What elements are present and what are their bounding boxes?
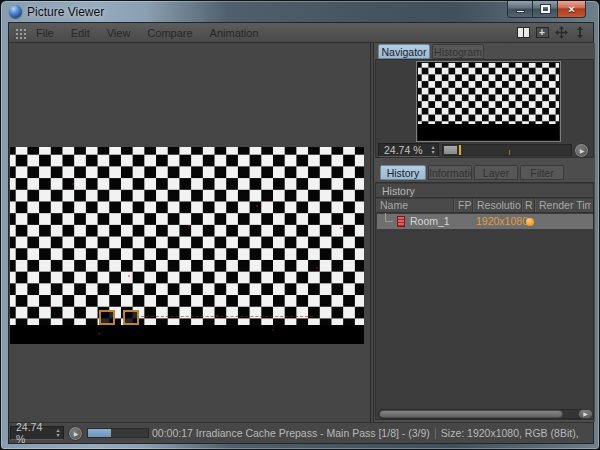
row-name: Room_1 bbox=[410, 214, 450, 229]
fit-vertical-icon[interactable] bbox=[573, 26, 587, 39]
tab-filter[interactable]: Filter bbox=[520, 165, 564, 180]
render-bucket bbox=[99, 310, 115, 325]
tab-histogram[interactable]: Histogram bbox=[432, 44, 484, 59]
render-progress-fill bbox=[88, 429, 111, 437]
tree-elbow-icon bbox=[385, 213, 393, 222]
column-resolution[interactable]: Resolution bbox=[473, 199, 522, 212]
navigator-zoom-slider[interactable] bbox=[442, 144, 572, 156]
render-image bbox=[10, 147, 364, 344]
pan-icon[interactable] bbox=[554, 26, 568, 39]
maximize-icon bbox=[541, 5, 550, 13]
close-button[interactable]: × bbox=[557, 1, 586, 18]
menu-compare[interactable]: Compare bbox=[147, 27, 192, 39]
tab-layer[interactable]: Layer bbox=[474, 165, 518, 180]
column-fps[interactable]: FPS bbox=[454, 199, 473, 212]
prepass-scanline bbox=[141, 316, 313, 317]
close-icon: × bbox=[568, 2, 574, 17]
tab-navigator[interactable]: Navigator bbox=[378, 44, 430, 59]
zoom-marker bbox=[459, 145, 461, 155]
statusbar: 24.74 % ▴▾ ▶ 00:00:17 Irradiance Cache P… bbox=[9, 422, 593, 443]
navigator-thumbnail[interactable] bbox=[417, 62, 560, 141]
table-row-room1[interactable]: Room_1 1920x1080 bbox=[377, 214, 593, 229]
maximize-button[interactable] bbox=[532, 1, 557, 18]
statusbar-zoom-field[interactable]: 24.74 % ▴▾ bbox=[10, 426, 64, 440]
render-status-text: 00:00:17 Irradiance Cache Prepass - Main… bbox=[152, 427, 430, 439]
row-resolution: 1920x1080 bbox=[476, 214, 528, 229]
scrollbar-arrow-button[interactable]: ▶ bbox=[578, 409, 593, 419]
zoom-slider-handle[interactable] bbox=[444, 146, 457, 154]
thumbnail-checkerboard bbox=[418, 63, 559, 124]
history-panel-title: History bbox=[376, 184, 593, 198]
tab-information[interactable]: Information bbox=[428, 165, 472, 180]
menu-edit[interactable]: Edit bbox=[71, 27, 90, 39]
app-icon bbox=[9, 5, 22, 18]
app-content: File Edit View Compare Animation + bbox=[8, 22, 594, 444]
statusbar-zoom-value: 24.74 % bbox=[11, 421, 53, 445]
menu-file[interactable]: File bbox=[36, 27, 54, 39]
menu-grip-icon[interactable] bbox=[14, 27, 27, 39]
image-size-text: Size: 1920x1080, RGB (8Bit), bbox=[441, 427, 579, 439]
render-bucket bbox=[123, 310, 139, 325]
render-film-icon bbox=[397, 216, 405, 227]
titlebar: Picture Viewer × bbox=[1, 1, 599, 22]
render-progress-bar bbox=[87, 428, 149, 438]
tab-history[interactable]: History bbox=[380, 165, 426, 180]
navigator-zoom-value: 24.74 % bbox=[379, 144, 428, 156]
minimize-icon bbox=[516, 10, 525, 13]
menubar: File Edit View Compare Animation + bbox=[9, 23, 593, 43]
history-table-header: Name FPS Resolution R Render Time bbox=[376, 199, 593, 213]
right-panel: Navigator Histogram 24.74 % ▴▾ ▶ History bbox=[374, 43, 595, 422]
statusbar-zoom-spinner[interactable]: ▴▾ bbox=[53, 428, 63, 438]
menu-view[interactable]: View bbox=[107, 27, 131, 39]
column-name[interactable]: Name bbox=[376, 199, 454, 212]
zoom-spinner[interactable]: ▴▾ bbox=[428, 145, 438, 155]
column-r[interactable]: R bbox=[522, 199, 535, 212]
irradiance-samples bbox=[10, 147, 12, 149]
navigator-menu-button[interactable]: ▶ bbox=[574, 143, 589, 158]
alpha-checkerboard bbox=[10, 147, 364, 325]
status-divider bbox=[435, 428, 436, 439]
rendering-status-dot bbox=[526, 218, 534, 226]
menu-animation[interactable]: Animation bbox=[210, 27, 259, 39]
history-horizontal-scrollbar[interactable]: ▶ bbox=[378, 409, 593, 419]
image-viewport bbox=[9, 43, 370, 422]
navigator-zoom-field[interactable]: 24.74 % ▴▾ bbox=[378, 143, 439, 157]
scrollbar-thumb[interactable] bbox=[379, 410, 563, 418]
navigator-panel: 24.74 % ▴▾ ▶ bbox=[375, 59, 594, 158]
column-render-time[interactable]: Render Time bbox=[535, 199, 591, 212]
minimize-button[interactable] bbox=[507, 1, 532, 18]
picture-viewer-window: Picture Viewer × File Edit View Compare … bbox=[0, 0, 600, 450]
window-title: Picture Viewer bbox=[27, 5, 104, 19]
statusbar-play-button[interactable]: ▶ bbox=[68, 426, 83, 441]
add-view-icon[interactable]: + bbox=[535, 26, 549, 39]
history-panel: History Name FPS Resolution R Render Tim… bbox=[375, 182, 594, 420]
zoom-tick bbox=[509, 150, 510, 155]
dual-view-icon[interactable] bbox=[516, 26, 530, 39]
